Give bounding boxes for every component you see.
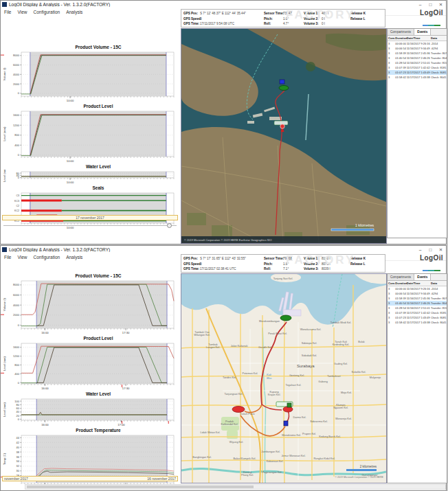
event-row[interactable]: 301:58:3911/16/2017 2:45:36 PMTransfer: … <box>388 51 447 56</box>
events-col-header[interactable]: Data <box>430 36 447 41</box>
event-row[interactable]: 301:07:3911/17/2017 1:42:42 AMCheck: 818… <box>388 310 447 315</box>
svg-text:40: 40 <box>16 446 20 449</box>
event-cell: 01:07:39 <box>394 65 405 70</box>
gps-label: Volume 2: <box>304 262 319 266</box>
satellite-map[interactable]: 1 kilometres © 2019 Microsoft Corporatio… <box>181 28 387 244</box>
close-button[interactable]: ✕ <box>436 1 446 8</box>
gps-value: 1.8° <box>283 262 289 266</box>
tab-events[interactable]: Events <box>414 29 431 35</box>
svg-text:1200: 1200 <box>13 124 20 127</box>
tab-events[interactable]: Events <box>414 274 431 280</box>
event-row[interactable]: 301:58:4211/17/2017 1:43:38 AMCheck: 804… <box>388 75 447 80</box>
slider-handle[interactable] <box>167 223 172 228</box>
city-label: Surabaya <box>297 364 315 368</box>
event-row[interactable]: 300:06:5411/16/2017 9:34:49 AM-6294 <box>388 291 447 296</box>
event-row[interactable]: 300:06:0011/16/2017 9:26:16 AM-2014 <box>388 41 447 47</box>
minimize-button[interactable]: – <box>415 246 425 253</box>
chart-product-level: Product Level04008001200160016:0017:30Le… <box>1 335 181 391</box>
gps-value: 8039 l <box>322 267 331 271</box>
svg-text:60: 60 <box>16 407 20 410</box>
events-col-header[interactable]: Data <box>430 281 447 286</box>
horizontal-scrollbar[interactable] <box>25 484 446 490</box>
event-row[interactable]: 301:28:5411/16/2017 2:51:01 PMTransfer: … <box>388 60 447 65</box>
menu-file[interactable]: File <box>4 10 11 14</box>
svg-text:Level (mm): Level (mm) <box>3 170 6 182</box>
event-cell: 3 <box>388 286 394 292</box>
map-label: Gubeng <box>318 380 328 383</box>
event-row[interactable]: 301:07:2311/17/2017 1:43:49 AMCheck: 808… <box>388 315 447 320</box>
tab-compartments[interactable]: Compartments <box>388 274 414 280</box>
events-col-header[interactable]: Date/Time <box>406 36 430 41</box>
svg-text:1600: 1600 <box>13 345 20 349</box>
minimize-button[interactable]: – <box>415 1 425 8</box>
maximize-button[interactable]: □ <box>425 1 436 8</box>
event-row[interactable]: 301:58:3911/16/2017 2:45:36 PMTransfer: … <box>388 296 447 301</box>
event-row[interactable]: 301:28:5411/16/2017 2:51:01 PMTransfer: … <box>388 306 447 310</box>
event-cell: 11/17/2017 1:43:38 AM <box>406 320 430 325</box>
window-title: LogOil Display & Analysis - Ver. 1.3.2.0… <box>9 247 415 252</box>
events-col-header[interactable]: Duration <box>394 281 405 286</box>
green-ellipse-marker[interactable] <box>279 86 289 91</box>
menu-view[interactable]: View <box>17 255 27 260</box>
events-tabs: CompartmentsEvents <box>388 274 447 281</box>
blue-square-marker[interactable] <box>280 80 284 84</box>
titlebar[interactable]: LogOil Display & Analysis - Ver. 1.3.2.0… <box>1 1 446 8</box>
app-icon <box>2 247 7 252</box>
event-cell: 01:28:54 <box>394 306 405 310</box>
map-label: Jemur Wonosari Kel. <box>281 455 305 457</box>
red-ellipse-marker-west[interactable] <box>232 407 245 413</box>
chart-plot[interactable]: 04008001200160010:00Level (mm) <box>1 109 179 163</box>
event-row[interactable]: 301:07:2311/17/2017 1:43:49 AMCheck: 808… <box>388 70 447 75</box>
events-col-header[interactable]: Duration <box>394 36 405 41</box>
green-ellipse-marker[interactable] <box>280 315 291 321</box>
tab-compartments[interactable]: Compartments <box>388 29 414 35</box>
map-label: Tanjungsari Kel. <box>224 393 243 396</box>
map-label: Tambak Wedi Kel. <box>331 321 352 324</box>
menu-view[interactable]: View <box>17 10 27 14</box>
map-scale-label: 2 kilometres <box>360 465 377 468</box>
menu-configuration[interactable]: Configuration <box>33 255 60 260</box>
chart-plot[interactable]: 02040608010016:0017:00Level (mm) <box>1 397 179 427</box>
chart-title: Water Level <box>1 163 181 170</box>
time-slider[interactable] <box>3 222 177 229</box>
chart-plot[interactable]: 0408010:00Level (mm) <box>1 170 179 185</box>
event-cell: Check: 8041 l (1) <box>430 75 447 80</box>
event-row[interactable]: 300:06:0011/16/2017 9:26:16 AM-2014 <box>388 286 447 292</box>
event-cell: 01:07:23 <box>394 70 405 75</box>
events-col-header[interactable]: Date/Time <box>406 281 430 286</box>
scrollbar-thumb[interactable] <box>27 486 254 488</box>
menu-file[interactable]: File <box>4 255 11 260</box>
event-row[interactable]: 301:40:5411/16/2017 2:46:26 PMTransfer: … <box>388 301 447 306</box>
chart-title: Product Volume - 15C <box>1 273 181 279</box>
event-cell: 11/17/2017 1:43:49 AM <box>406 70 430 75</box>
chart-plot[interactable]: 04008001200160016:0017:30Level (mm) <box>1 341 179 391</box>
maximize-button[interactable]: □ <box>425 246 436 253</box>
menu-configuration[interactable]: Configuration <box>33 10 60 14</box>
event-row[interactable]: 301:40:5411/16/2017 2:46:26 PMTransfer: … <box>388 56 447 60</box>
menu-analysis[interactable]: Analysis <box>66 255 82 260</box>
logoil-window-1: LogOil Display & Analysis - Ver. 1.3.2.0… <box>0 0 447 244</box>
map-label: Genteng Kel. <box>289 374 304 377</box>
chart-plot[interactable]: 0200040006000800010:00Volume (l) <box>1 50 179 103</box>
event-row[interactable]: 300:06:5411/16/2017 9:34:49 AM-6294 <box>388 46 447 51</box>
street-map[interactable]: Surabaya KaliMas 2 kilometres © 2019 Mic… <box>181 273 387 483</box>
event-cell: Check: 8081 l (1) <box>430 315 447 320</box>
event-row[interactable]: 301:07:3911/17/2017 1:42:42 AMCheck: 818… <box>388 65 447 70</box>
menu-analysis[interactable]: Analysis <box>66 10 82 14</box>
titlebar[interactable]: LogOil Display & Analysis - Ver. 1.3.2.0… <box>1 246 446 253</box>
blue-marker[interactable] <box>284 421 288 426</box>
close-button[interactable]: ✕ <box>436 246 446 253</box>
slider-track[interactable] <box>3 225 177 226</box>
event-row[interactable]: 301:58:4211/17/2017 1:43:38 AMCheck: 804… <box>388 320 447 325</box>
event-cell: 01:07:23 <box>394 315 405 320</box>
chart-plot[interactable]: 0200040006000800016:0017:30Volume (l) <box>1 279 179 335</box>
events-col-header[interactable]: Com. <box>388 36 394 41</box>
events-col-header[interactable]: Com. <box>388 281 394 286</box>
event-cell: 3 <box>388 60 394 65</box>
chart-title: Product Level <box>1 335 181 341</box>
gps-value: 4.7° <box>283 22 289 25</box>
map-label: Sidotopo Kel. <box>302 342 317 345</box>
map-label: Tandes Kel. <box>223 376 236 379</box>
chart-product-volume-15c: Product Volume - 15C0200040006000800016:… <box>1 273 181 335</box>
green-square-marker[interactable] <box>287 403 291 407</box>
